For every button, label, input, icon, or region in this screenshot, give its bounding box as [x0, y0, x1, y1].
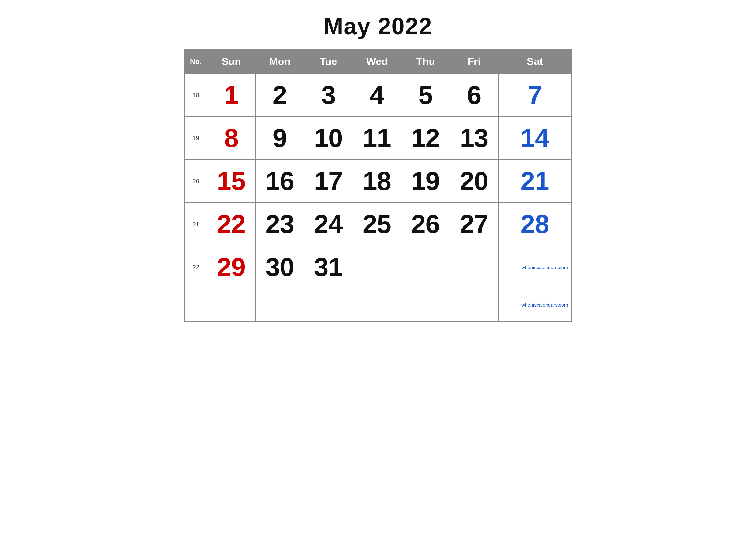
day-cell: 24	[304, 203, 353, 246]
header-tue: Tue	[304, 49, 353, 74]
header-sun: Sun	[207, 49, 256, 74]
day-cell: 1	[207, 74, 256, 117]
day-cell: 25	[353, 203, 401, 246]
day-cell: 16	[256, 160, 304, 203]
day-cell: 6	[450, 74, 499, 117]
day-cell: 12	[401, 117, 450, 160]
day-cell: 5	[401, 74, 450, 117]
day-cell: 29	[207, 246, 256, 289]
day-cell: 7	[499, 74, 572, 117]
calendar-container: May 2022 No. Sun Mon Tue Wed Thu Fri Sat…	[184, 13, 572, 322]
empty-cell	[353, 289, 401, 321]
day-cell: 2	[256, 74, 304, 117]
week-number: 18	[185, 74, 207, 117]
week-number: 20	[185, 160, 207, 203]
empty-cell: wheniscalendars.com	[499, 289, 572, 321]
day-cell: 8	[207, 117, 256, 160]
day-cell: 28	[499, 203, 572, 246]
empty-cell	[450, 289, 499, 321]
header-row: No. Sun Mon Tue Wed Thu Fri Sat	[185, 49, 572, 74]
week-number: 21	[185, 203, 207, 246]
empty-row: wheniscalendars.com	[185, 289, 572, 321]
day-cell: 13	[450, 117, 499, 160]
day-cell: 10	[304, 117, 353, 160]
watermark-link[interactable]: wheniscalendars.com	[521, 265, 568, 270]
day-cell: 31	[304, 246, 353, 289]
day-cell: 20	[450, 160, 499, 203]
day-cell: 19	[401, 160, 450, 203]
calendar-title: May 2022	[184, 13, 572, 40]
day-cell: 14	[499, 117, 572, 160]
day-cell: 17	[304, 160, 353, 203]
week-number: 22	[185, 246, 207, 289]
header-thu: Thu	[401, 49, 450, 74]
day-cell	[353, 246, 401, 289]
day-cell: wheniscalendars.com	[499, 246, 572, 289]
day-cell: 18	[353, 160, 401, 203]
header-no: No.	[185, 49, 207, 74]
day-cell: 27	[450, 203, 499, 246]
empty-cell	[401, 289, 450, 321]
day-cell: 4	[353, 74, 401, 117]
day-cell	[401, 246, 450, 289]
week-number: 19	[185, 117, 207, 160]
calendar-table: No. Sun Mon Tue Wed Thu Fri Sat 18123456…	[184, 49, 572, 322]
day-cell: 26	[401, 203, 450, 246]
watermark-link[interactable]: wheniscalendars.com	[521, 302, 568, 308]
header-wed: Wed	[353, 49, 401, 74]
header-sat: Sat	[499, 49, 572, 74]
empty-cell	[256, 289, 304, 321]
empty-cell	[207, 289, 256, 321]
day-cell: 30	[256, 246, 304, 289]
day-cell	[450, 246, 499, 289]
day-cell: 15	[207, 160, 256, 203]
empty-cell	[304, 289, 353, 321]
header-fri: Fri	[450, 49, 499, 74]
day-cell: 22	[207, 203, 256, 246]
empty-cell	[185, 289, 207, 321]
day-cell: 23	[256, 203, 304, 246]
header-mon: Mon	[256, 49, 304, 74]
day-cell: 11	[353, 117, 401, 160]
day-cell: 9	[256, 117, 304, 160]
day-cell: 3	[304, 74, 353, 117]
day-cell: 21	[499, 160, 572, 203]
